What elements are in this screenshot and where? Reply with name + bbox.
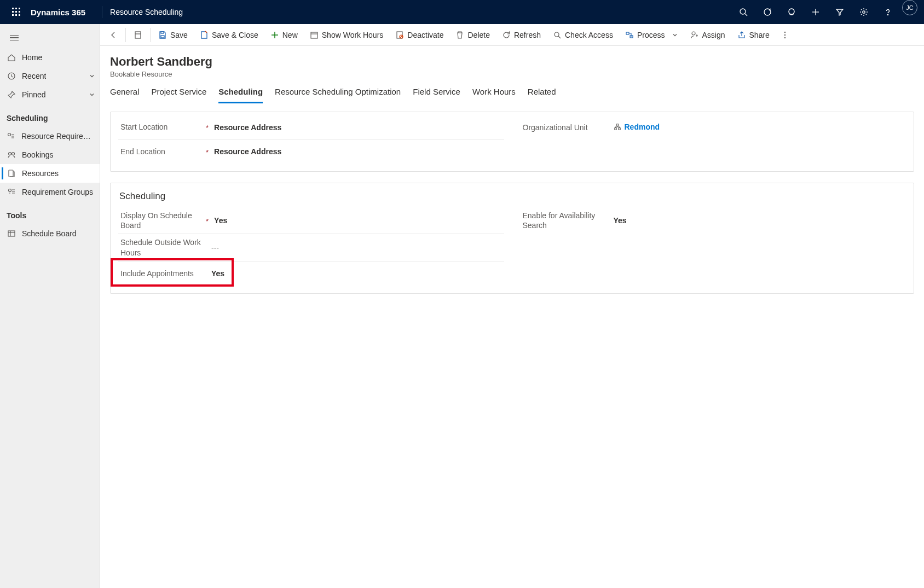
search-button[interactable] <box>731 0 755 24</box>
filter-button[interactable] <box>828 0 852 24</box>
tab-related[interactable]: Related <box>528 87 556 103</box>
sidebar-item-home[interactable]: Home <box>0 48 100 67</box>
refresh-icon <box>502 31 511 39</box>
form-tabs: General Project Service Scheduling Resou… <box>100 81 924 104</box>
svg-rect-30 <box>626 32 629 34</box>
section-title: Scheduling <box>118 187 906 207</box>
help-button[interactable] <box>876 0 900 24</box>
sidebar-item-label: Resource Requireme... <box>21 132 95 141</box>
sidebar-item-bookings[interactable]: Bookings <box>0 145 100 164</box>
cmd-label: New <box>282 31 298 39</box>
check-access-button[interactable]: Check Access <box>547 25 619 45</box>
task-button[interactable] <box>755 0 779 24</box>
add-button[interactable] <box>804 0 828 24</box>
field-value: Resource Address <box>209 147 504 156</box>
question-icon <box>883 8 892 16</box>
pin-icon <box>7 90 16 99</box>
sidebar-item-schedule-board[interactable]: Schedule Board <box>0 224 100 243</box>
svg-rect-36 <box>616 124 619 126</box>
field-value: --- <box>206 243 504 252</box>
save-close-button[interactable]: Save & Close <box>194 25 264 45</box>
sidebar-item-label: Bookings <box>22 150 54 159</box>
settings-button[interactable] <box>852 0 876 24</box>
calendar-icon <box>310 31 319 39</box>
field-label: End Location <box>120 147 165 156</box>
cmd-separator <box>125 28 126 42</box>
back-button[interactable] <box>103 25 123 45</box>
cmd-label: Deactivate <box>407 31 443 39</box>
svg-point-6 <box>863 11 865 13</box>
lookup-value[interactable]: Redmond <box>614 123 660 131</box>
sidebar-group-scheduling: Scheduling <box>0 104 100 127</box>
sidebar-item-requirement-groups[interactable]: Requirement Groups <box>0 183 100 201</box>
insights-button[interactable] <box>779 0 804 24</box>
field-schedule-outside-work-hours[interactable]: Schedule Outside Work Hours --- <box>118 234 504 261</box>
field-start-location[interactable]: Start Location * Resource Address <box>118 115 504 139</box>
sidebar-item-label: Home <box>22 53 42 62</box>
brand-label: Dynamics 365 <box>31 8 85 17</box>
delete-button[interactable]: Delete <box>450 25 495 45</box>
assign-button[interactable]: Assign <box>685 25 731 45</box>
form-body: Start Location * Resource Address End Lo… <box>100 104 924 321</box>
cmd-label: Share <box>749 31 770 39</box>
svg-point-34 <box>784 34 786 35</box>
lightbulb-icon <box>787 8 796 16</box>
process-button[interactable]: Process <box>620 25 684 45</box>
svg-rect-38 <box>618 128 620 130</box>
sidebar-item-pinned[interactable]: Pinned <box>0 85 100 104</box>
show-work-hours-button[interactable]: Show Work Hours <box>304 25 389 45</box>
svg-rect-23 <box>311 32 317 38</box>
overflow-button[interactable] <box>776 25 794 45</box>
svg-point-10 <box>9 153 11 155</box>
sidebar-item-recent[interactable]: Recent <box>0 67 100 85</box>
plus-icon <box>811 8 820 16</box>
svg-point-7 <box>887 14 888 15</box>
sidebar-collapse-button[interactable] <box>0 27 100 48</box>
section-scheduling: Scheduling Display On Schedule Board * Y… <box>110 183 914 294</box>
field-org-unit[interactable]: Organizational Unit Redmond <box>521 115 906 139</box>
save-button[interactable]: Save <box>153 25 193 45</box>
field-value: Yes <box>209 216 504 225</box>
app-launcher-button[interactable] <box>4 0 28 24</box>
chevron-down-icon <box>89 91 95 98</box>
tab-work-hours[interactable]: Work Hours <box>472 87 516 103</box>
hamburger-icon <box>10 33 19 43</box>
cmd-label: Check Access <box>565 31 613 39</box>
field-end-location[interactable]: End Location * Resource Address <box>118 139 504 164</box>
field-enable-availability-search[interactable]: Enable for Availability Search Yes <box>521 207 906 234</box>
panel-icon <box>134 31 142 39</box>
sidebar-item-label: Resources <box>22 169 59 178</box>
sidebar-item-label: Requirement Groups <box>22 188 93 196</box>
field-include-appointments[interactable]: Include Appointments Yes <box>118 261 504 286</box>
cmd-label: Refresh <box>514 31 541 39</box>
command-bar: Save Save & Close New Show Work Hours <box>100 24 924 46</box>
field-label: Display On Schedule Board <box>120 211 206 230</box>
refresh-button[interactable]: Refresh <box>496 25 546 45</box>
header-divider <box>102 6 102 18</box>
deactivate-button[interactable]: Deactivate <box>390 25 449 45</box>
sidebar-item-resource-requirements[interactable]: Resource Requireme... <box>0 127 100 145</box>
tab-rso[interactable]: Resource Scheduling Optimization <box>275 87 401 103</box>
share-button[interactable]: Share <box>732 25 775 45</box>
tab-general[interactable]: General <box>110 87 139 103</box>
area-label[interactable]: Resource Scheduling <box>110 8 183 16</box>
org-unit-icon <box>614 123 621 131</box>
tab-field-service[interactable]: Field Service <box>413 87 460 103</box>
resource-icon <box>7 169 16 178</box>
svg-rect-20 <box>161 32 164 33</box>
svg-line-1 <box>745 14 747 16</box>
tab-scheduling[interactable]: Scheduling <box>218 87 263 103</box>
new-button[interactable]: New <box>265 25 303 45</box>
sitemap-sidebar: Home Recent Pinned Scheduling R <box>0 24 100 588</box>
tab-project-service[interactable]: Project Service <box>151 87 206 103</box>
sidebar-item-resources[interactable]: Resources <box>0 164 100 183</box>
open-record-set-button[interactable] <box>128 25 148 45</box>
svg-rect-14 <box>8 231 15 236</box>
deactivate-icon <box>395 31 404 39</box>
access-icon <box>553 31 562 39</box>
save-close-icon <box>200 31 209 39</box>
user-avatar[interactable]: JC <box>902 0 917 15</box>
field-display-on-schedule-board[interactable]: Display On Schedule Board * Yes <box>118 207 504 234</box>
section-location: Start Location * Resource Address End Lo… <box>110 112 914 172</box>
svg-point-13 <box>9 189 11 192</box>
